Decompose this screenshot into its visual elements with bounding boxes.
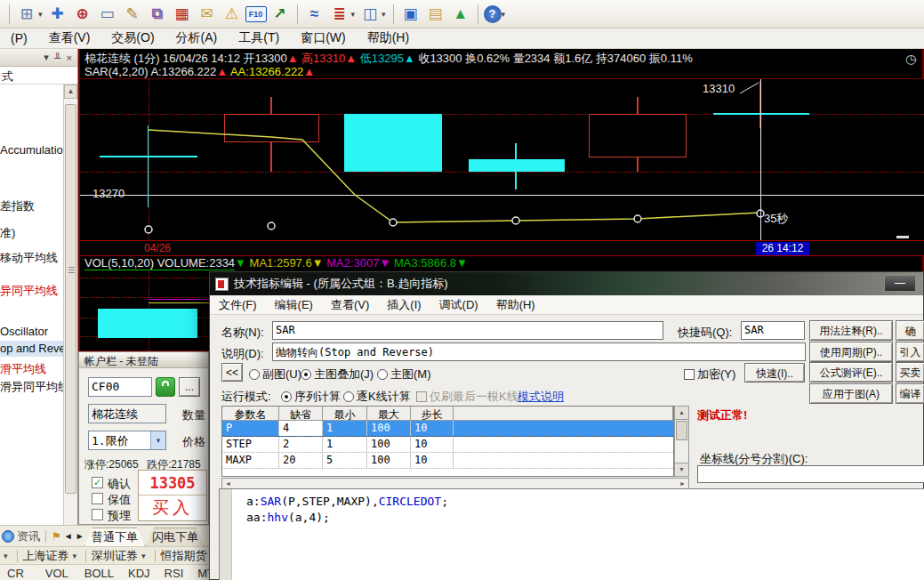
sidebar-item-macd[interactable]: 异同平均线 bbox=[0, 282, 63, 298]
radio-sequence-calc[interactable]: 序列计算 bbox=[281, 389, 341, 405]
menu-item-p[interactable]: (P) bbox=[0, 29, 38, 47]
chevron-down-icon[interactable]: ▾ bbox=[141, 552, 146, 560]
dialog-menu-help[interactable]: 帮助(H) bbox=[487, 295, 544, 315]
parameter-table[interactable]: 参数名 缺省 最小 最大 步长 P 4 1 100 10 STEP 2 1 10… bbox=[221, 406, 674, 477]
browse-contracts-button[interactable]: ... bbox=[179, 377, 200, 397]
dialog-menu-edit[interactable]: 编辑(E) bbox=[266, 295, 322, 315]
scroll-notes-icon[interactable]: ▤ bbox=[424, 4, 447, 25]
wave-analysis-icon[interactable]: ≈ bbox=[303, 4, 326, 25]
cell-filler[interactable] bbox=[454, 421, 673, 436]
chevron-down-icon[interactable]: ▾ bbox=[351, 10, 356, 19]
help-icon[interactable]: ? bbox=[484, 5, 502, 23]
menu-item-tools[interactable]: 工具(T) bbox=[228, 28, 290, 48]
news-label[interactable]: 资讯 bbox=[17, 528, 40, 544]
hedge-checkbox[interactable] bbox=[92, 493, 103, 504]
sidebar-item-smoothed-ma[interactable]: 滑平均线 bbox=[0, 360, 63, 376]
cell-step[interactable]: 10 bbox=[411, 421, 454, 436]
dialog-menu-file[interactable]: 文件(F) bbox=[210, 295, 266, 315]
stats-chart-icon[interactable]: ▦ bbox=[171, 4, 194, 25]
cell-name[interactable]: MAXP bbox=[222, 453, 279, 468]
minimize-button[interactable]: — bbox=[884, 275, 916, 292]
radio-perbar-calc[interactable]: 逐K线计算 bbox=[343, 389, 411, 405]
cell-min[interactable]: 1 bbox=[323, 437, 367, 452]
cell-step[interactable]: 10 bbox=[411, 437, 454, 452]
next-arrow-icon[interactable]: ► bbox=[76, 531, 84, 541]
description-input[interactable]: 抛物转向(Stop and Reverse) bbox=[272, 342, 806, 361]
tab-normal-order[interactable]: 普通下单 bbox=[84, 528, 145, 546]
buy-button[interactable]: 买入 bbox=[139, 495, 206, 520]
chevron-down-icon[interactable]: ▾ bbox=[150, 431, 165, 449]
close-icon[interactable]: × bbox=[67, 52, 72, 63]
shortcut-input[interactable]: SAR bbox=[741, 321, 805, 340]
radio-overlay[interactable]: 主图叠加(J) bbox=[301, 367, 374, 383]
buysell-button-cut[interactable]: 买卖 bbox=[896, 362, 924, 383]
sidebar-scrollbar[interactable]: ▲ bbox=[63, 85, 77, 525]
tab-shanghai-securities[interactable]: 上海证券 bbox=[23, 548, 69, 564]
apply-to-chart-button[interactable]: 应用于图(A) bbox=[809, 383, 893, 404]
contract-code-input[interactable]: CF00 bbox=[88, 377, 152, 397]
scroll-up-icon[interactable]: ▲ bbox=[64, 85, 77, 99]
dialog-menu-debug[interactable]: 调试(D) bbox=[430, 295, 487, 315]
scroll-up-icon[interactable]: ▲ bbox=[675, 407, 688, 420]
table-row-maxp[interactable]: MAXP 20 5 100 10 bbox=[222, 453, 673, 469]
cascade-windows-icon[interactable]: ⊞ bbox=[15, 4, 38, 25]
pin-icon[interactable]: ╨ bbox=[54, 52, 61, 63]
tab-kdj[interactable]: KDJ bbox=[126, 567, 152, 580]
dialog-titlebar[interactable]: 技术指标编辑 - (所属公式组：B.趋向指标) — bbox=[210, 272, 923, 295]
dialog-menu-view[interactable]: 查看(V) bbox=[322, 295, 378, 315]
scroll-right-icon[interactable]: ► bbox=[679, 480, 686, 487]
indicator-list-icon[interactable]: ≣ bbox=[328, 4, 351, 25]
cell-max[interactable]: 100 bbox=[367, 421, 411, 436]
table-row-step[interactable]: STEP 2 1 100 10 bbox=[222, 437, 673, 453]
time-axis[interactable]: 04/26 26 14:12 bbox=[80, 240, 924, 256]
chevron-down-icon[interactable]: ▾ bbox=[44, 52, 49, 63]
tab-shenzhen-securities[interactable]: 深圳证券 bbox=[92, 548, 138, 564]
dialog-menu-insert[interactable]: 插入(I) bbox=[378, 295, 430, 315]
cell-name[interactable]: P bbox=[222, 421, 279, 436]
cell-default[interactable]: 2 bbox=[279, 437, 323, 452]
cell-max[interactable]: 100 bbox=[367, 453, 411, 468]
menu-item-trade[interactable]: 交易(O) bbox=[100, 28, 165, 48]
encrypt-checkbox[interactable]: 加密(Y) bbox=[684, 367, 735, 383]
compile-button-cut[interactable]: 编译 bbox=[896, 383, 924, 404]
toolbar-overflow-icon[interactable]: ▾ bbox=[502, 10, 506, 19]
menu-item-analysis[interactable]: 分析(A) bbox=[165, 28, 229, 48]
cell-default-editing[interactable]: 4 bbox=[279, 421, 323, 436]
tab-boll[interactable]: BOLL bbox=[83, 567, 116, 580]
menu-item-view[interactable]: 查看(V) bbox=[38, 28, 101, 48]
confirm-checkbox[interactable]: ✓ bbox=[92, 477, 103, 488]
table-row-p[interactable]: P 4 1 100 10 bbox=[222, 421, 673, 437]
tab-rsi[interactable]: RSI bbox=[163, 567, 186, 580]
radio-subchart[interactable]: 副图(U) bbox=[249, 367, 301, 383]
trend-line-icon[interactable]: ↗ bbox=[269, 4, 292, 25]
tab-hang-seng-futures[interactable]: 恒指期货 bbox=[161, 548, 207, 564]
tab-cr[interactable]: CR bbox=[0, 567, 31, 580]
zoom-in-icon[interactable]: ⊕ bbox=[71, 4, 94, 25]
ruler-icon[interactable]: ▭ bbox=[96, 4, 119, 25]
sidebar-item-partial[interactable]: 准) bbox=[0, 224, 63, 240]
flag-icon[interactable]: ⚑ bbox=[52, 530, 61, 543]
tab-vol[interactable]: VOL bbox=[42, 567, 72, 580]
cell-filler[interactable] bbox=[454, 437, 673, 452]
table-vertical-scrollbar[interactable]: ▲ ▼ bbox=[674, 406, 689, 477]
warning-icon[interactable]: ⚠ bbox=[221, 4, 244, 25]
edit-note-icon[interactable]: ✎ bbox=[121, 4, 144, 25]
layers-icon[interactable]: ⧉ bbox=[146, 4, 169, 25]
chevron-down-icon[interactable]: ▾ bbox=[382, 10, 386, 19]
cell-default[interactable]: 20 bbox=[279, 453, 323, 468]
upload-icon[interactable]: ▲ bbox=[449, 4, 472, 25]
tab-flash-order[interactable]: 闪电下单 bbox=[146, 528, 205, 546]
scrollbar-thumb[interactable] bbox=[676, 421, 687, 440]
chevron-down-icon[interactable]: ▾ bbox=[38, 10, 43, 19]
cell-filler[interactable] bbox=[454, 453, 673, 468]
chevron-down-icon[interactable]: ▾ bbox=[4, 552, 8, 560]
name-input[interactable]: SAR bbox=[272, 321, 663, 340]
dual-monitor-icon[interactable]: ▣ bbox=[399, 4, 422, 25]
chevron-down-icon[interactable]: ▾ bbox=[73, 552, 77, 560]
cell-min[interactable]: 1 bbox=[323, 421, 367, 436]
menu-item-help[interactable]: 帮助(H) bbox=[357, 28, 420, 48]
radio-mainchart[interactable]: 主图(M) bbox=[377, 367, 431, 383]
mode-help-link[interactable]: 模式说明 bbox=[518, 389, 564, 405]
candlestick-chart[interactable]: 13310 35秒 13270 bbox=[80, 78, 924, 240]
coordinate-lines-input[interactable] bbox=[697, 465, 924, 483]
